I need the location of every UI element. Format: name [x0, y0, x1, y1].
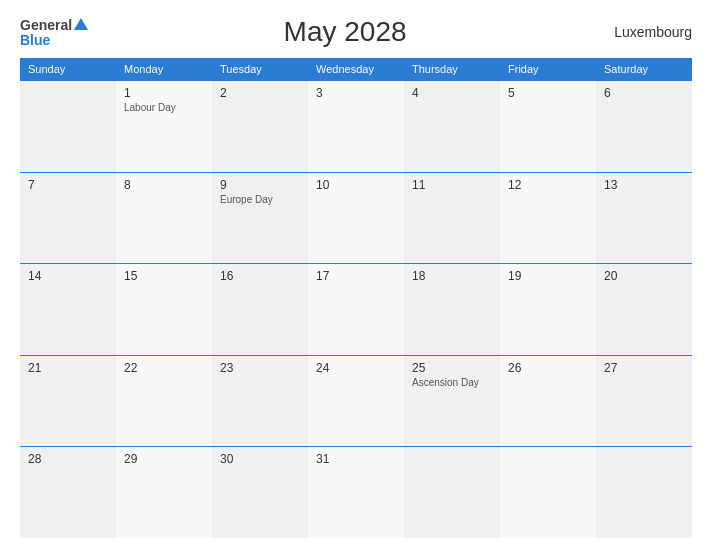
- calendar-cell: 25Ascension Day: [404, 355, 500, 447]
- day-number: 21: [28, 361, 108, 375]
- day-number: 15: [124, 269, 204, 283]
- day-number: 4: [412, 86, 492, 100]
- calendar-row: 789Europe Day10111213: [20, 172, 692, 264]
- calendar-cell: 2: [212, 81, 308, 173]
- calendar-row: 14151617181920: [20, 264, 692, 356]
- day-number: 24: [316, 361, 396, 375]
- col-monday: Monday: [116, 58, 212, 81]
- calendar-cell: 6: [596, 81, 692, 173]
- col-wednesday: Wednesday: [308, 58, 404, 81]
- col-tuesday: Tuesday: [212, 58, 308, 81]
- calendar-cell: 23: [212, 355, 308, 447]
- col-sunday: Sunday: [20, 58, 116, 81]
- calendar-title: May 2028: [88, 16, 602, 48]
- calendar-cell: 18: [404, 264, 500, 356]
- day-number: 8: [124, 178, 204, 192]
- calendar-cell: 16: [212, 264, 308, 356]
- day-number: 29: [124, 452, 204, 466]
- calendar-cell: 19: [500, 264, 596, 356]
- day-number: 31: [316, 452, 396, 466]
- day-number: 25: [412, 361, 492, 375]
- calendar-cell: 15: [116, 264, 212, 356]
- calendar-cell: 22: [116, 355, 212, 447]
- day-number: 5: [508, 86, 588, 100]
- calendar-cell: 17: [308, 264, 404, 356]
- logo-blue: Blue: [20, 33, 50, 47]
- day-number: 26: [508, 361, 588, 375]
- calendar-cell: 27: [596, 355, 692, 447]
- calendar-cell: 11: [404, 172, 500, 264]
- holiday-name: Europe Day: [220, 194, 300, 205]
- day-number: 19: [508, 269, 588, 283]
- col-friday: Friday: [500, 58, 596, 81]
- day-number: 17: [316, 269, 396, 283]
- calendar-page: General Blue May 2028 Luxembourg Sunday …: [0, 0, 712, 550]
- holiday-name: Labour Day: [124, 102, 204, 113]
- day-number: 23: [220, 361, 300, 375]
- calendar-cell: 14: [20, 264, 116, 356]
- calendar-cell: 29: [116, 447, 212, 539]
- day-number: 27: [604, 361, 684, 375]
- calendar-cell: 31: [308, 447, 404, 539]
- calendar-cell: [20, 81, 116, 173]
- calendar-row: 1Labour Day23456: [20, 81, 692, 173]
- calendar-cell: [404, 447, 500, 539]
- calendar-header-row: Sunday Monday Tuesday Wednesday Thursday…: [20, 58, 692, 81]
- calendar-cell: 30: [212, 447, 308, 539]
- day-number: 11: [412, 178, 492, 192]
- day-number: 1: [124, 86, 204, 100]
- logo: General Blue: [20, 17, 88, 47]
- calendar-cell: 9Europe Day: [212, 172, 308, 264]
- col-thursday: Thursday: [404, 58, 500, 81]
- day-number: 7: [28, 178, 108, 192]
- day-number: 14: [28, 269, 108, 283]
- calendar-cell: 26: [500, 355, 596, 447]
- day-number: 20: [604, 269, 684, 283]
- calendar-cell: 20: [596, 264, 692, 356]
- calendar-cell: 21: [20, 355, 116, 447]
- calendar-cell: 8: [116, 172, 212, 264]
- day-number: 13: [604, 178, 684, 192]
- col-saturday: Saturday: [596, 58, 692, 81]
- calendar-cell: 24: [308, 355, 404, 447]
- day-number: 22: [124, 361, 204, 375]
- day-number: 9: [220, 178, 300, 192]
- calendar-cell: 7: [20, 172, 116, 264]
- calendar-cell: [500, 447, 596, 539]
- logo-triangle-icon: [74, 18, 88, 30]
- calendar-row: 2122232425Ascension Day2627: [20, 355, 692, 447]
- day-number: 16: [220, 269, 300, 283]
- calendar-cell: 5: [500, 81, 596, 173]
- holiday-name: Ascension Day: [412, 377, 492, 388]
- day-number: 6: [604, 86, 684, 100]
- calendar-cell: 13: [596, 172, 692, 264]
- calendar-row: 28293031: [20, 447, 692, 539]
- day-number: 28: [28, 452, 108, 466]
- day-number: 30: [220, 452, 300, 466]
- day-number: 2: [220, 86, 300, 100]
- calendar-cell: 4: [404, 81, 500, 173]
- day-number: 10: [316, 178, 396, 192]
- header: General Blue May 2028 Luxembourg: [20, 16, 692, 48]
- calendar-cell: 12: [500, 172, 596, 264]
- logo-general: General: [20, 17, 72, 33]
- calendar-cell: 3: [308, 81, 404, 173]
- calendar-table: Sunday Monday Tuesday Wednesday Thursday…: [20, 58, 692, 538]
- country-label: Luxembourg: [602, 24, 692, 40]
- calendar-cell: 10: [308, 172, 404, 264]
- day-number: 3: [316, 86, 396, 100]
- calendar-cell: [596, 447, 692, 539]
- day-number: 12: [508, 178, 588, 192]
- calendar-cell: 1Labour Day: [116, 81, 212, 173]
- day-number: 18: [412, 269, 492, 283]
- calendar-cell: 28: [20, 447, 116, 539]
